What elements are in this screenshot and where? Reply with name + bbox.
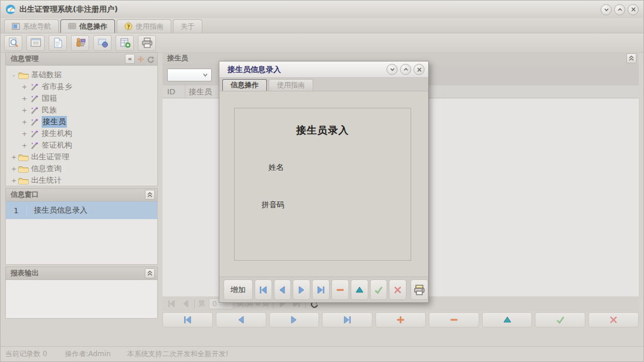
app-logo-icon <box>5 4 16 15</box>
status-note: 本系统支持二次开发和全新开发! <box>127 349 229 359</box>
folder-icon <box>18 176 29 185</box>
tab-about[interactable]: 关于 <box>173 19 202 33</box>
confirm-icon <box>555 315 565 325</box>
tab-label: 关于 <box>181 22 195 32</box>
sidebar-item-ethnicity[interactable]: + 民族 <box>6 104 157 116</box>
tab-information-operation[interactable]: 信息操作 <box>60 19 115 33</box>
tab-user-guide[interactable]: ? 使用指南 <box>117 19 171 33</box>
tree-label: 接生机构 <box>42 128 72 139</box>
dialog-prev-button[interactable] <box>274 279 292 300</box>
sidebar-item-info-query[interactable]: + 信息查询 <box>6 163 157 175</box>
record-add-button[interactable] <box>375 312 426 327</box>
dialog-delete-button[interactable] <box>331 279 349 300</box>
tab-system-navigation[interactable]: 系统导航 <box>4 19 59 33</box>
record-delete-button[interactable] <box>429 312 479 327</box>
window-close-button[interactable] <box>628 4 639 15</box>
record-edit-button[interactable] <box>482 312 533 327</box>
dialog-minimize-button[interactable] <box>387 64 398 75</box>
window-minimize-button[interactable] <box>601 4 612 15</box>
record-first-button[interactable] <box>162 312 213 327</box>
search-button[interactable] <box>4 35 22 51</box>
prev-icon <box>277 285 287 295</box>
operator-report-button[interactable] <box>71 35 89 51</box>
sidebar-item-delivery-institution[interactable]: + 接生机构 <box>6 128 157 139</box>
tool-icon <box>29 118 39 127</box>
record-next-button[interactable] <box>269 312 320 327</box>
last-icon <box>343 315 352 325</box>
record-cancel-button[interactable] <box>588 312 639 327</box>
dialog-print-button[interactable] <box>411 279 428 300</box>
expander[interactable]: + <box>21 142 28 149</box>
prev-icon <box>236 315 246 325</box>
expander[interactable]: + <box>21 83 28 91</box>
document-button[interactable] <box>49 35 67 51</box>
expander[interactable]: + <box>21 118 28 126</box>
sidebar-item-basic-data[interactable]: - 基础数据 <box>6 69 157 81</box>
pager-first-button[interactable] <box>166 299 177 309</box>
midwife-filter-combobox[interactable] <box>167 69 212 81</box>
form-view-button[interactable] <box>26 35 45 51</box>
collapse-main-panel-button[interactable] <box>626 53 636 63</box>
expander[interactable]: + <box>21 130 28 138</box>
delete-icon <box>335 285 345 295</box>
edit-icon <box>503 315 512 325</box>
record-last-button[interactable] <box>322 312 372 327</box>
tree-label: 民族 <box>42 105 57 115</box>
dialog-last-button[interactable] <box>312 279 330 300</box>
column-header-midwife[interactable]: 接生员 <box>185 86 212 98</box>
collapse-sidebar-button[interactable]: « <box>125 54 135 64</box>
window-restore-button[interactable] <box>614 4 625 15</box>
tree-label: 省市县乡 <box>42 81 72 92</box>
report-output-panel-header: 报表输出 <box>5 267 158 280</box>
next-icon <box>289 315 299 325</box>
info-window-title: 信息窗口 <box>11 190 39 200</box>
dialog-title-bar[interactable]: 接生员信息录入 <box>219 62 428 78</box>
search-icon <box>8 37 19 49</box>
dialog-title: 接生员信息录入 <box>228 64 281 75</box>
sidebar-item-birth-cert-management[interactable]: + 出生证管理 <box>6 151 157 163</box>
dialog-first-button[interactable] <box>255 279 272 300</box>
collapse-report-button[interactable] <box>145 268 155 278</box>
folder-icon <box>18 165 29 173</box>
navigation-icon <box>12 23 20 30</box>
sidebar-item-province-city-county[interactable]: + 省市县乡 <box>6 81 157 93</box>
tree-label: 出生证管理 <box>31 152 69 162</box>
dialog-next-button[interactable] <box>293 279 310 300</box>
edit-icon <box>355 285 364 295</box>
cancel-icon <box>393 285 402 295</box>
expander[interactable]: + <box>11 153 17 161</box>
dialog-restore-button[interactable] <box>400 64 411 75</box>
dialog-tab-information-operation[interactable]: 信息操作 <box>222 79 267 91</box>
dialog-tab-user-guide[interactable]: 使用指南 <box>269 79 313 91</box>
pager-prev-button[interactable] <box>180 299 191 309</box>
tab-label: 信息操作 <box>79 22 107 32</box>
sidebar-item-visa-institution[interactable]: + 签证机构 <box>6 139 157 151</box>
collapse-info-window-button[interactable] <box>145 190 155 200</box>
dialog-body: 接生员录入 姓名 拼音码 <box>219 91 428 271</box>
sidebar-item-birth-statistics[interactable]: + 出生统计 <box>6 175 157 186</box>
expander[interactable]: + <box>21 107 28 114</box>
record-confirm-button[interactable] <box>535 312 585 327</box>
status-operator: 操作者:Admin <box>65 349 110 359</box>
expander[interactable]: - <box>11 71 17 79</box>
expander[interactable]: + <box>11 165 17 173</box>
expander[interactable]: + <box>21 95 28 103</box>
sidebar-item-nationality[interactable]: + 国籍 <box>6 93 157 104</box>
tree-label: 基础数据 <box>31 70 62 80</box>
first-icon <box>259 285 268 295</box>
preview-button[interactable] <box>93 35 111 51</box>
dialog-cancel-button[interactable] <box>389 279 406 300</box>
dialog-add-button[interactable]: 增加 <box>223 279 253 300</box>
dialog-close-button[interactable] <box>413 64 425 75</box>
expander[interactable]: + <box>11 177 17 185</box>
dialog-confirm-button[interactable] <box>370 279 388 300</box>
form-title: 接生员录入 <box>235 124 411 137</box>
info-window-row-midwife-entry[interactable]: 1 接生员信息录入 <box>6 202 157 219</box>
help-icon: ? <box>124 22 133 30</box>
sidebar-item-midwife[interactable]: + 接生员 <box>6 116 157 128</box>
print-button[interactable] <box>138 35 156 51</box>
dialog-edit-button[interactable] <box>351 279 368 300</box>
record-prev-button[interactable] <box>216 312 266 327</box>
column-header-id[interactable]: ID <box>162 87 185 96</box>
export-table-button[interactable] <box>116 35 134 51</box>
